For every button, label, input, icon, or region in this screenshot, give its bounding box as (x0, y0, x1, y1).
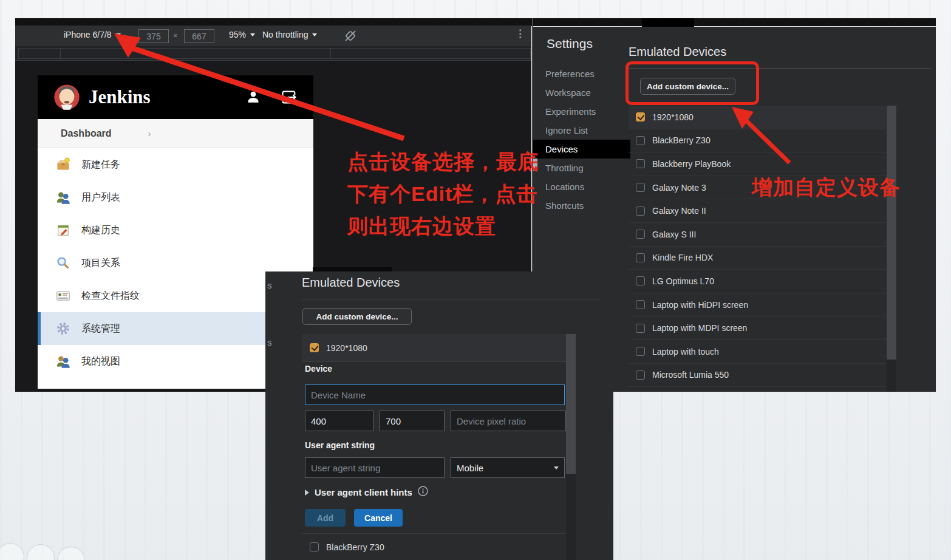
throttling-dropdown[interactable]: No throttling (262, 30, 317, 39)
device-name-input[interactable]: Device Name (305, 384, 565, 405)
settings-nav-item[interactable]: Devices (533, 140, 630, 159)
screenshot-tool-button[interactable] (0, 543, 24, 560)
settings-nav-label: Shortcuts (545, 200, 584, 211)
screenshot-tool-more-button[interactable]: ··· (57, 547, 85, 560)
breadcrumb-chevron-icon: › (148, 128, 151, 138)
settings-nav-item[interactable]: Workspace (533, 83, 630, 102)
ruler-segment[interactable] (331, 48, 531, 59)
chevron-down-icon (312, 33, 317, 36)
device-row[interactable]: Laptop with HiDPI screen (629, 293, 886, 317)
device-row[interactable]: LG Optimus L70 (629, 270, 886, 293)
device-checkbox[interactable] (310, 343, 319, 352)
device-checkbox[interactable] (636, 347, 645, 356)
settings-nav-item[interactable]: Preferences (533, 64, 630, 83)
breadcrumb-dashboard[interactable]: Dashboard (61, 128, 112, 139)
jenkins-menu-item[interactable]: 构建历史 (38, 214, 313, 247)
scrollbar-thumb[interactable] (887, 106, 896, 360)
ruler-segment[interactable] (61, 48, 331, 59)
info-icon[interactable] (418, 486, 428, 499)
device-row[interactable]: BlackBerry Z30 (629, 129, 886, 153)
add-custom-device-button[interactable]: Add custom device... (302, 308, 412, 325)
chevron-down-icon (116, 33, 121, 36)
device-checkbox[interactable] (636, 230, 645, 239)
settings-title: Settings (547, 36, 593, 51)
settings-nav-item[interactable]: Throttling (533, 159, 630, 177)
viewport-width-input[interactable]: 375 (138, 29, 169, 43)
device-label: BlackBerry Z30 (652, 135, 711, 145)
device-list-scrollbar[interactable] (887, 106, 896, 392)
jenkins-menu-label: 新建任务 (81, 159, 120, 171)
device-checkbox[interactable] (636, 207, 645, 216)
device-checkbox[interactable] (636, 324, 645, 333)
client-hints-label: User agent client hints (315, 487, 412, 497)
kebab-menu-icon[interactable]: ⋮ (515, 27, 525, 40)
device-checkbox[interactable] (310, 542, 319, 551)
logout-icon[interactable] (281, 89, 298, 106)
device-checkbox[interactable] (636, 136, 645, 145)
chevron-down-icon (554, 466, 559, 470)
history-icon (56, 223, 70, 237)
device-pixel-ratio-input[interactable]: Device pixel ratio (451, 411, 566, 431)
device-row[interactable]: Kindle Fire HDX (629, 247, 886, 270)
client-hints-toggle[interactable]: User agent client hints (305, 486, 428, 499)
annotation-note-1: 点击设备选择，最底 下有个Edit栏，点击 则出现右边设置 (347, 146, 539, 242)
panel-scrollbar[interactable] (566, 334, 576, 560)
jenkins-menu-label: 我的视图 (81, 355, 120, 368)
settings-nav-label: Devices (545, 144, 578, 154)
device-checkbox[interactable] (636, 183, 645, 192)
width-input[interactable]: 400 (305, 411, 373, 431)
device-row[interactable]: Laptop with touch (629, 340, 886, 364)
views-icon (56, 354, 70, 369)
device-row[interactable]: Microsoft Lumia 550 (629, 364, 886, 388)
device-checkbox[interactable] (636, 159, 645, 168)
ruler-segment[interactable] (18, 48, 61, 59)
device-checkbox[interactable] (636, 276, 645, 285)
scrollbar-thumb[interactable] (566, 334, 576, 474)
add-button[interactable]: Add (305, 509, 346, 527)
device-type-dropdown[interactable]: iPhone 6/7/8 (64, 30, 121, 39)
device-section-label: Device (305, 364, 332, 374)
settings-nav-item[interactable]: Experiments (533, 102, 630, 121)
device-label: Galaxy Note 3 (652, 183, 706, 193)
rotate-viewport-icon[interactable] (343, 29, 358, 43)
custom-device-panel: s s Emulated Devices Add custom device..… (265, 271, 613, 560)
device-row[interactable]: 1920*1080 (629, 106, 886, 129)
device-row[interactable]: Laptop with MDPI screen (629, 316, 886, 340)
device-label: 1920*1080 (326, 343, 367, 353)
height-input[interactable]: 700 (380, 411, 445, 431)
cancel-button-label: Cancel (364, 513, 392, 523)
width-value: 400 (311, 416, 326, 426)
settings-nav-label: Ignore List (545, 125, 588, 135)
device-row[interactable]: BlackBerry Z30 (302, 533, 566, 560)
device-checkbox[interactable] (636, 112, 645, 121)
dpr-placeholder: Device pixel ratio (457, 416, 526, 426)
zoom-dropdown[interactable]: 95% (229, 30, 255, 39)
jenkins-menu-item[interactable]: 用户列表 (38, 181, 313, 214)
device-row[interactable]: 1920*1080 (302, 334, 566, 362)
viewport-height-input[interactable]: 667 (184, 29, 214, 43)
chevron-down-icon (250, 33, 255, 36)
settings-nav-item[interactable]: Ignore List (533, 121, 630, 140)
settings-nav-item[interactable]: Locations (533, 177, 630, 196)
device-checkbox[interactable] (636, 253, 645, 262)
jenkins-menu-label: 项目关系 (81, 257, 120, 270)
user-icon[interactable] (245, 89, 261, 105)
user-agent-input[interactable]: User agent string (305, 457, 445, 478)
settings-nav-item[interactable]: Shortcuts (533, 196, 630, 215)
jenkins-menu-item[interactable]: 新建任务 (38, 148, 313, 181)
jenkins-menu-label: 系统管理 (81, 323, 120, 335)
cancel-button[interactable]: Cancel (354, 509, 403, 527)
ua-section-label: User agent string (305, 440, 375, 450)
device-row[interactable]: Galaxy S III (629, 223, 886, 247)
device-checkbox[interactable] (636, 370, 645, 380)
jenkins-menu-label: 检查文件指纹 (81, 290, 140, 302)
gear-icon (56, 321, 70, 336)
device-label: LG Optimus L70 (652, 276, 714, 286)
jenkins-logo[interactable] (53, 84, 80, 111)
viewport-height-value: 667 (192, 32, 206, 41)
jenkins-header: Jenkins (38, 75, 313, 119)
screenshot-tool-button[interactable] (27, 544, 55, 560)
ua-type-select[interactable]: Mobile (451, 457, 565, 478)
device-checkbox[interactable] (636, 300, 645, 309)
jenkins-title[interactable]: Jenkins (89, 86, 151, 108)
